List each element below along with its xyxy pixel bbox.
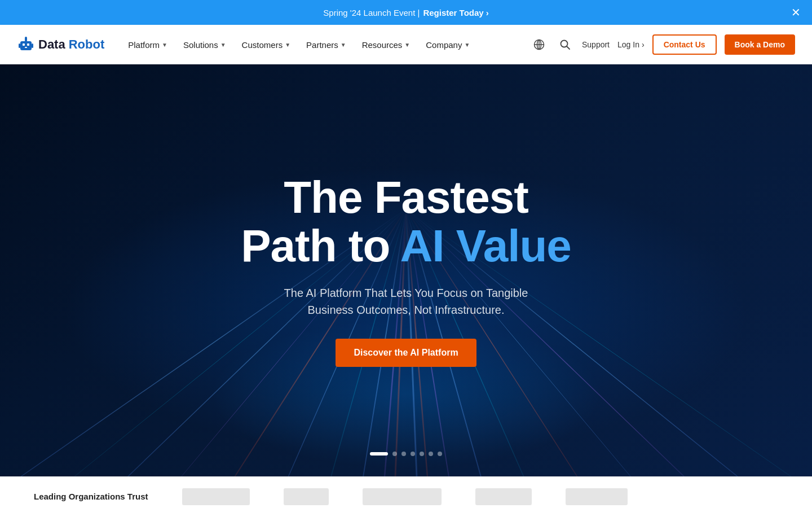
search-icon-button[interactable] xyxy=(556,36,574,54)
nav-resources[interactable]: Resources ▼ xyxy=(355,36,417,54)
hero-content: The Fastest Path to AI Value The AI Plat… xyxy=(230,174,582,367)
logo[interactable]: DataRobot xyxy=(17,36,104,54)
carousel-dot-5[interactable] xyxy=(420,452,424,456)
nav-company[interactable]: Company ▼ xyxy=(419,36,476,54)
carousel-dot-6[interactable] xyxy=(429,452,433,456)
carousel-dot-1[interactable] xyxy=(370,452,388,456)
svg-rect-0 xyxy=(20,41,32,50)
logo-text-data: Data xyxy=(38,37,65,52)
main-nav: Platform ▼ Solutions ▼ Customers ▼ Partn… xyxy=(121,36,530,54)
nav-solutions[interactable]: Solutions ▼ xyxy=(176,36,233,54)
svg-rect-7 xyxy=(32,43,33,48)
carousel-dot-7[interactable] xyxy=(438,452,442,456)
hero-title-ai-value: AI Value xyxy=(400,221,571,271)
register-link[interactable]: Register Today › xyxy=(423,8,488,17)
hero-section: The Fastest Path to AI Value The AI Plat… xyxy=(0,64,812,476)
hero-title-line1: The Fastest xyxy=(241,174,571,221)
search-icon xyxy=(559,39,571,50)
svg-point-5 xyxy=(25,37,27,39)
hero-title-line2: Path to AI Value xyxy=(241,221,571,271)
nav-platform[interactable]: Platform ▼ xyxy=(121,36,174,54)
globe-icon xyxy=(533,39,545,50)
resources-chevron-icon: ▼ xyxy=(404,42,410,48)
partner-logo-2 xyxy=(284,488,329,505)
svg-line-13 xyxy=(567,47,570,50)
nav-customers[interactable]: Customers ▼ xyxy=(235,36,297,54)
login-button[interactable]: Log In › xyxy=(617,40,645,49)
bottom-bar: Leading Organizations Trust xyxy=(0,476,812,508)
customers-chevron-icon: ▼ xyxy=(285,42,290,48)
logo-text-robot: Robot xyxy=(69,37,105,52)
partner-logo-4 xyxy=(475,488,532,505)
solutions-chevron-icon: ▼ xyxy=(220,42,226,48)
svg-rect-6 xyxy=(19,43,20,48)
carousel-dot-3[interactable] xyxy=(401,452,406,456)
announcement-text: Spring '24 Launch Event | xyxy=(323,8,420,17)
announcement-close-button[interactable]: ✕ xyxy=(791,7,801,18)
logo-icon xyxy=(17,36,35,54)
login-chevron-icon: › xyxy=(642,40,645,49)
company-chevron-icon: ▼ xyxy=(464,42,470,48)
carousel-dots xyxy=(370,452,442,456)
hero-subtitle: The AI Platform That Lets You Focus on T… xyxy=(241,284,571,318)
globe-icon-button[interactable] xyxy=(530,36,548,54)
svg-rect-2 xyxy=(27,43,29,46)
partner-logos xyxy=(182,488,628,505)
support-link[interactable]: Support xyxy=(582,40,610,49)
partner-logo-3 xyxy=(363,488,442,505)
book-demo-button[interactable]: Book a Demo xyxy=(725,34,795,55)
hero-title-path-to: Path to xyxy=(241,221,390,271)
svg-rect-3 xyxy=(25,47,27,48)
carousel-dot-4[interactable] xyxy=(411,452,415,456)
announcement-bar: Spring '24 Launch Event | Register Today… xyxy=(0,0,812,25)
svg-point-12 xyxy=(561,41,567,47)
carousel-dot-2[interactable] xyxy=(392,452,397,456)
partners-chevron-icon: ▼ xyxy=(341,42,346,48)
discover-platform-button[interactable]: Discover the AI Platform xyxy=(336,339,476,367)
svg-rect-1 xyxy=(23,43,25,46)
leading-org-text: Leading Organizations Trust xyxy=(34,492,148,501)
header-actions: Support Log In › Contact Us Book a Demo xyxy=(530,34,795,55)
nav-partners[interactable]: Partners ▼ xyxy=(299,36,353,54)
contact-us-button[interactable]: Contact Us xyxy=(652,34,717,55)
platform-chevron-icon: ▼ xyxy=(162,42,167,48)
partner-logo-1 xyxy=(182,488,250,505)
partner-logo-5 xyxy=(566,488,628,505)
header: DataRobot Platform ▼ Solutions ▼ Custome… xyxy=(0,25,812,64)
